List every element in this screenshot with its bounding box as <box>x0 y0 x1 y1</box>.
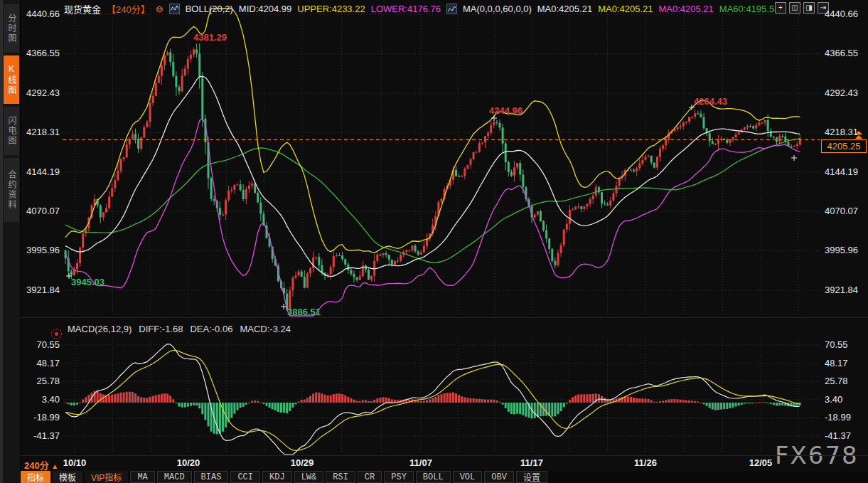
trading-app-window: 分时图 K线图 闪电图 合约资料 现货黄金【240分】 ⊖ BOLL(20,2)… <box>0 0 868 483</box>
macd-axis-label: -18.99 <box>21 412 60 423</box>
boll-indicator-icon[interactable] <box>169 4 180 14</box>
crosshair-icon[interactable]: + <box>775 2 786 14</box>
macd-axis-label: 70.55 <box>825 339 867 350</box>
y-axis-label: 4070.07 <box>21 206 60 216</box>
symbol-title: 现货黄金 <box>64 2 101 16</box>
chart-header: 现货黄金【240分】 ⊖ BOLL(20,2) MID:4204.99 UPPE… <box>64 3 779 14</box>
tab-vol[interactable]: VOL <box>453 471 483 483</box>
y-axis-label: 4440.66 <box>825 9 867 19</box>
y-axis-label: 3995.96 <box>825 245 867 255</box>
high-price-annotation: 4264.43 <box>694 96 727 107</box>
time-axis-label: 11/26 <box>623 457 668 468</box>
macd-axis-label: -41.37 <box>21 430 60 441</box>
macd-diff-value: DIFF:-1.68 <box>139 324 183 334</box>
tab-lw[interactable]: LW& <box>294 471 324 483</box>
time-axis-label: 10/10 <box>52 457 97 468</box>
ma0-yellow-value: MA0:4205.21 <box>598 4 653 14</box>
tab-kdj[interactable]: KDJ <box>262 471 292 483</box>
current-price-tag: 4205.25 <box>821 139 867 153</box>
time-axis-label: 11/07 <box>398 457 444 468</box>
tab-indicators[interactable]: 指标 <box>21 471 50 483</box>
y-axis-label: 3921.84 <box>21 285 60 295</box>
y-axis-label: 4292.43 <box>21 87 60 98</box>
zoom-in-icon[interactable]: ◫ <box>789 2 800 14</box>
macd-settings-icon[interactable] <box>51 329 62 339</box>
tab-settings[interactable]: 设置 <box>516 471 547 483</box>
tab-psy[interactable]: PSY <box>384 471 414 483</box>
high-price-annotation: 4381.29 <box>193 32 227 43</box>
ma-label: MA(0,0,0,60,0,0) <box>463 4 532 14</box>
y-axis-label: 4366.55 <box>21 48 60 58</box>
chart-toolbar: + ◫ ◨ ⇥ <box>775 2 829 14</box>
macd-axis-label: 25.78 <box>825 376 867 386</box>
pane-divider <box>21 455 868 456</box>
time-axis-label: 10/20 <box>166 457 211 468</box>
macd-axis-label: 48.17 <box>825 358 867 368</box>
macd-axis-label: 3.40 <box>825 394 867 405</box>
macd-title: MACD(26,12,9) <box>68 324 132 334</box>
pane-divider <box>21 317 868 318</box>
boll-mid-value: MID:4204.99 <box>239 4 291 14</box>
ma60-value: MA60:4195.54 <box>719 4 780 14</box>
tab-boll[interactable]: BOLL <box>416 471 451 483</box>
period-tag: 【240分】 <box>107 2 150 16</box>
ma0-white-value: MA0:4205.21 <box>537 4 592 14</box>
tab-macd[interactable]: MACD <box>157 471 192 483</box>
tab-cci[interactable]: CCI <box>230 471 260 483</box>
boll-upper-value: UPPER:4233.22 <box>297 4 365 14</box>
y-axis-label: 3921.84 <box>825 285 867 295</box>
tab-ma[interactable]: MA <box>130 471 154 483</box>
indicator-tab-bar: 指标 模板 VIP指标 MA MACD BIAS CCI KDJ LW& RSI… <box>21 471 868 483</box>
high-price-annotation: 4244.96 <box>489 105 523 116</box>
y-axis-label: 3995.96 <box>21 245 60 255</box>
y-axis-label: 4070.07 <box>825 206 867 216</box>
tab-rsi[interactable]: RSI <box>326 471 355 483</box>
tab-bias[interactable]: BIAS <box>194 471 229 483</box>
collapse-indicator-icon[interactable]: ⊖ <box>156 4 164 14</box>
time-axis-label: 10/29 <box>279 457 325 468</box>
time-axis-label: 11/17 <box>509 457 554 468</box>
macd-axis-label: 70.55 <box>21 339 60 350</box>
boll-label: BOLL(20,2) <box>186 4 233 14</box>
y-axis-label: 4144.19 <box>825 166 867 177</box>
tab-vip-indicators[interactable]: VIP指标 <box>85 471 128 483</box>
macd-macd-value: MACD:-3.24 <box>240 324 291 334</box>
macd-axis-label: -41.37 <box>825 430 867 441</box>
macd-axis-label: 3.40 <box>21 394 60 405</box>
y-axis-label: 4366.55 <box>825 48 867 58</box>
y-axis-label: 4144.19 <box>21 166 60 177</box>
candlestick-chart-canvas[interactable] <box>0 0 868 483</box>
ma-indicator-icon[interactable] <box>446 4 457 14</box>
macd-axis-label: -18.99 <box>825 412 867 423</box>
low-price-annotation: 3945.03 <box>71 277 105 287</box>
y-axis-label: 4440.66 <box>21 9 60 19</box>
macd-dea-value: DEA:-0.06 <box>190 324 232 334</box>
boll-lower-value: LOWER:4176.76 <box>371 4 441 14</box>
zoom-out-icon[interactable]: ◨ <box>803 2 815 14</box>
tab-obv[interactable]: OBV <box>484 471 514 483</box>
macd-header: MACD(26,12,9) DIFF:-1.68 DEA:-0.06 MACD:… <box>68 324 291 334</box>
y-axis-label: 4292.43 <box>825 87 867 98</box>
y-axis-label: 4218.31 <box>21 127 60 137</box>
tab-cr[interactable]: CR <box>358 471 382 483</box>
macd-axis-label: 25.78 <box>21 376 60 386</box>
macd-axis-label: 48.17 <box>21 358 60 368</box>
ma0-magenta-value: MA0:4205.21 <box>658 4 713 14</box>
low-price-annotation: 3886.51 <box>287 307 321 317</box>
tab-templates[interactable]: 模板 <box>53 471 82 483</box>
